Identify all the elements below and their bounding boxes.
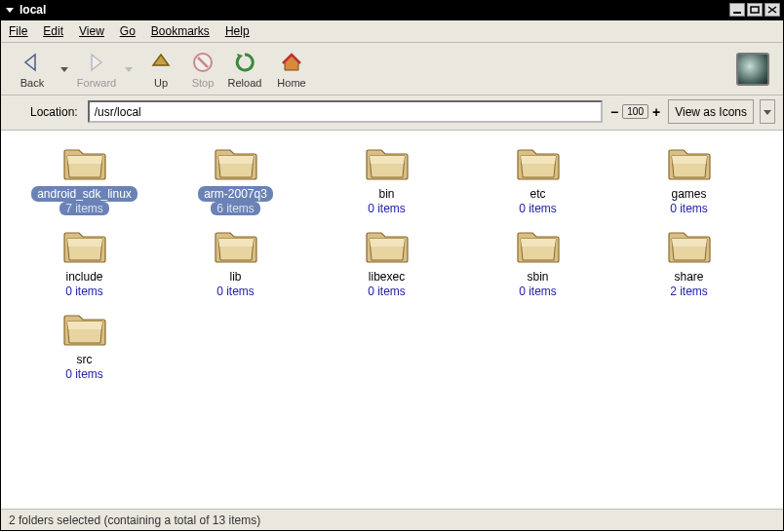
close-button[interactable] — [764, 3, 780, 17]
icon-view[interactable]: android_sdk_linux 7 items arm-2007q3 6 i… — [1, 131, 783, 509]
folder-icon — [515, 142, 562, 184]
svg-rect-0 — [733, 12, 741, 14]
folder-icon — [61, 142, 108, 184]
stop-button: Stop — [184, 50, 221, 89]
item-count: 0 items — [513, 285, 563, 298]
folder-item[interactable]: bin 0 items — [311, 142, 462, 215]
back-button[interactable]: Back — [9, 50, 56, 89]
window-title: local — [20, 3, 727, 17]
minimize-button[interactable] — [729, 3, 745, 17]
item-count: 7 items — [59, 202, 109, 215]
folder-icon — [213, 225, 259, 267]
item-name: arm-2007q3 — [198, 186, 273, 202]
menu-help[interactable]: Help — [225, 24, 250, 38]
folder-item[interactable]: lib 0 items — [160, 225, 311, 298]
folder-icon — [364, 225, 411, 267]
item-name: bin — [372, 186, 400, 202]
item-name: games — [665, 186, 712, 202]
folder-item[interactable]: sbin 0 items — [462, 225, 613, 298]
titlebar[interactable]: local — [0, 0, 784, 19]
location-bar: Location: − 100 + View as Icons — [1, 95, 783, 131]
item-count: 0 items — [362, 202, 412, 215]
item-count: 0 items — [59, 285, 109, 298]
back-dropdown[interactable] — [56, 65, 73, 73]
item-name: libexec — [363, 269, 411, 285]
folder-item[interactable]: games 0 items — [613, 142, 764, 215]
folder-item[interactable]: include 0 items — [9, 225, 160, 298]
item-name: share — [668, 269, 709, 285]
location-label: Location: — [30, 105, 78, 119]
folder-item[interactable]: arm-2007q3 6 items — [160, 142, 311, 215]
folder-icon — [515, 225, 562, 267]
item-name: src — [71, 352, 98, 367]
menubar: File Edit View Go Bookmarks Help — [1, 20, 783, 43]
location-input[interactable] — [88, 100, 603, 123]
toolbar: Back Forward Up Stop Reload Home — [1, 43, 783, 95]
maximize-button[interactable] — [747, 3, 763, 17]
folder-icon — [364, 142, 411, 184]
item-count: 0 items — [513, 202, 563, 215]
up-button[interactable]: Up — [137, 50, 184, 89]
item-count: 2 items — [664, 285, 714, 298]
menu-file[interactable]: File — [9, 24, 27, 38]
item-name: include — [59, 269, 108, 285]
item-name: etc — [524, 186, 551, 202]
forward-button: Forward — [73, 50, 120, 89]
folder-icon — [666, 142, 713, 184]
statusbar: 2 folders selected (containing a total o… — [1, 509, 783, 530]
folder-item[interactable]: src 0 items — [9, 308, 160, 381]
back-arrow-icon — [21, 50, 43, 75]
item-count: 0 items — [664, 202, 714, 215]
up-arrow-icon — [150, 50, 172, 75]
item-name: sbin — [521, 269, 554, 285]
menu-view[interactable]: View — [79, 24, 104, 38]
reload-icon — [234, 50, 255, 75]
folder-icon — [61, 308, 108, 350]
zoom-out-button[interactable]: − — [608, 104, 620, 120]
forward-dropdown — [120, 65, 137, 73]
folder-item[interactable]: android_sdk_linux 7 items — [9, 142, 160, 215]
folder-item[interactable]: libexec 0 items — [311, 225, 462, 298]
zoom-value[interactable]: 100 — [622, 104, 648, 119]
folder-item[interactable]: etc 0 items — [462, 142, 613, 215]
window-menu-icon[interactable] — [4, 4, 16, 16]
item-name: lib — [223, 269, 247, 285]
forward-arrow-icon — [86, 50, 107, 75]
item-count: 0 items — [211, 285, 260, 298]
folder-icon — [666, 225, 713, 267]
view-mode-button[interactable]: View as Icons — [668, 99, 754, 124]
folder-item[interactable]: share 2 items — [613, 225, 764, 298]
home-button[interactable]: Home — [268, 50, 315, 89]
menu-bookmarks[interactable]: Bookmarks — [151, 24, 210, 38]
folder-icon — [61, 225, 108, 267]
item-name: android_sdk_linux — [31, 186, 137, 202]
menu-edit[interactable]: Edit — [43, 24, 63, 38]
throbber-icon — [736, 53, 769, 86]
reload-button[interactable]: Reload — [221, 50, 268, 89]
folder-icon — [213, 142, 259, 184]
zoom-in-button[interactable]: + — [650, 104, 662, 120]
home-icon — [281, 50, 302, 75]
item-count: 0 items — [59, 367, 109, 381]
svg-rect-1 — [751, 7, 759, 13]
view-mode-dropdown[interactable] — [760, 99, 775, 124]
menu-go[interactable]: Go — [120, 24, 136, 38]
item-count: 6 items — [211, 202, 260, 215]
stop-icon — [192, 50, 214, 75]
item-count: 0 items — [362, 285, 412, 298]
